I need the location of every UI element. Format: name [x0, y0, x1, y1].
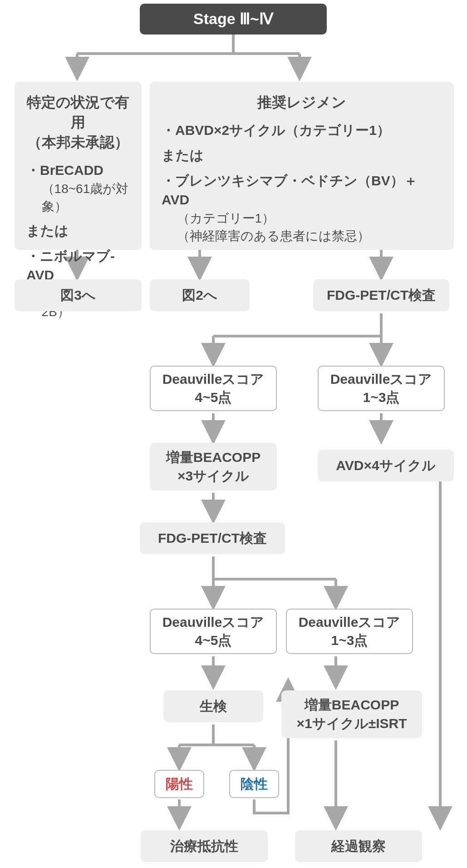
node-beacopp1: 増量BEACOPP ×1サイクル±ISRT: [281, 690, 422, 738]
node-deauville-45-b: Deauvilleスコア 4~5点: [150, 609, 277, 654]
item-nivo-avd-label: ・ニボルマブ-AVD: [26, 248, 115, 283]
item-bv-avd-label: ・ブレンツキシマブ・ベドチン（BV）＋AVD: [162, 173, 418, 207]
node-beacopp3: 増量BEACOPP ×3サイクル: [150, 443, 277, 491]
node-beacopp1-l2: ×1サイクル±ISRT: [296, 716, 407, 731]
panel-special-title: 特定の状況で有用 （本邦未承認）: [26, 93, 130, 153]
node-avd4: AVD×4サイクル: [318, 450, 454, 481]
node-beacopp1-l1: 増量BEACOPP: [305, 697, 399, 712]
node-positive-label: 陽性: [166, 775, 193, 794]
item-brecadd: ・BrECADD （18~61歳が対象）: [26, 161, 130, 215]
node-deauville-45-b-l1: Deauvilleスコア: [162, 615, 265, 630]
node-deauville-45-a: Deauvilleスコア 4~5点: [150, 366, 277, 411]
item-abvd2: ・ABVD×2サイクル（カテゴリー1）: [162, 121, 442, 140]
node-pet1: FDG-PET/CT検査: [313, 279, 449, 311]
panel-special-situations: 特定の状況で有用 （本邦未承認） ・BrECADD （18~61歳が対象） また…: [15, 82, 142, 250]
node-deauville-13-b-l1: Deauvilleスコア: [299, 615, 401, 630]
panel-special-list: ・BrECADD （18~61歳が対象）: [26, 161, 130, 215]
node-refractory-label: 治療抵抗性: [170, 837, 238, 856]
item-brecadd-sub: （18~61歳が対象）: [42, 180, 130, 215]
node-deauville-13-b: Deauvilleスコア 1~3点: [286, 609, 413, 654]
node-biopsy-label: 生検: [200, 697, 227, 716]
node-to-fig2: 図2へ: [150, 279, 250, 311]
node-deauville-45-a-l2: 4~5点: [195, 390, 232, 405]
node-followup: 経過観察: [295, 830, 422, 862]
node-to-fig3: 図3へ: [15, 279, 142, 311]
panel-recommended-or: または: [162, 146, 442, 165]
node-followup-label: 経過観察: [331, 837, 386, 856]
node-beacopp3-l2: ×3サイクル: [177, 468, 249, 483]
panel-recommended-regimen: 推奨レジメン ・ABVD×2サイクル（カテゴリー1） または ・ブレンツキシマブ…: [150, 82, 454, 250]
node-deauville-13-b-l2: 1~3点: [331, 633, 368, 648]
panel-special-title-l2: （本邦未承認）: [27, 134, 129, 150]
root-stage-label: Stage Ⅲ~Ⅳ: [193, 9, 273, 30]
item-bv-avd-sub2: （神経障害のある患者には禁忌）: [177, 227, 442, 245]
node-beacopp3-l1: 増量BEACOPP: [166, 450, 261, 465]
node-deauville-45-a-l1: Deauvilleスコア: [162, 372, 265, 387]
node-negative-label: 陰性: [241, 775, 268, 794]
node-negative: 陰性: [229, 770, 279, 798]
node-deauville-13-a-l1: Deauvilleスコア: [330, 372, 433, 387]
node-deauville-13-a: Deauvilleスコア 1~3点: [318, 366, 445, 411]
panel-recommended-title: 推奨レジメン: [162, 93, 442, 113]
node-to-fig2-label: 図2へ: [182, 286, 217, 305]
node-to-fig3-label: 図3へ: [60, 286, 96, 305]
root-stage: Stage Ⅲ~Ⅳ: [140, 4, 327, 35]
node-pet1-label: FDG-PET/CT検査: [327, 286, 436, 305]
item-bv-avd: ・ブレンツキシマブ・ベドチン（BV）＋AVD （カテゴリー1） （神経障害のある…: [162, 171, 442, 245]
node-pet2: FDG-PET/CT検査: [140, 522, 285, 554]
panel-recommended-list: ・ABVD×2サイクル（カテゴリー1）: [162, 121, 442, 140]
panel-recommended-list2: ・ブレンツキシマブ・ベドチン（BV）＋AVD （カテゴリー1） （神経障害のある…: [162, 171, 442, 245]
node-avd4-label: AVD×4サイクル: [336, 456, 435, 475]
node-pet2-label: FDG-PET/CT検査: [158, 529, 267, 548]
node-biopsy: 生検: [163, 690, 263, 722]
node-deauville-45-b-l2: 4~5点: [195, 633, 232, 648]
item-brecadd-label: ・BrECADD: [26, 163, 103, 178]
node-positive: 陽性: [154, 770, 204, 798]
flowchart-canvas: Stage Ⅲ~Ⅳ 特定の状況で有用 （本邦未承認） ・BrECADD （18~…: [0, 0, 467, 868]
panel-special-or: または: [26, 222, 130, 240]
item-bv-avd-sub1: （カテゴリー1）: [177, 209, 442, 227]
node-deauville-13-a-l2: 1~3点: [363, 390, 400, 405]
node-refractory: 治療抵抗性: [141, 830, 268, 862]
panel-special-title-l1: 特定の状況で有用: [27, 94, 129, 130]
